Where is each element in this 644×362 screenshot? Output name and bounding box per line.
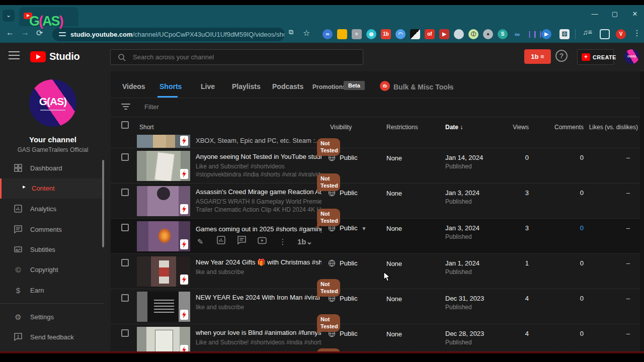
comments-icon[interactable]: [235, 236, 248, 248]
maximize-icon[interactable]: ▢: [611, 10, 619, 18]
analytics-icon[interactable]: [215, 236, 227, 248]
studio-brand[interactable]: Studio: [49, 51, 79, 62]
bulk-misc-tools[interactable]: Bulk & Misc Tools: [393, 83, 454, 91]
video-thumbnail[interactable]: [137, 135, 190, 148]
video-title[interactable]: Games coming out in 2025 #shorts #gaming…: [196, 225, 321, 233]
create-button[interactable]: + CREATE: [577, 49, 614, 65]
video-title[interactable]: Assassin's Creed Mirage game Reaction Ac…: [196, 188, 321, 196]
sidebar-item-dashboard[interactable]: Dashboard: [0, 158, 104, 178]
row-checkbox[interactable]: [121, 294, 129, 302]
sidebar-item-subtitles[interactable]: Subtitles: [0, 240, 104, 260]
chevron-down-icon[interactable]: ⌄: [447, 82, 452, 89]
tab-playlists[interactable]: Playlists: [232, 82, 261, 90]
side-panel-icon[interactable]: [600, 29, 610, 39]
sidebar-item-comments[interactable]: Comments: [0, 220, 104, 240]
row-checkbox[interactable]: [121, 189, 129, 196]
play-extension-icon[interactable]: ▶: [541, 29, 551, 39]
video-title[interactable]: when your love is Blind #animation #funn…: [196, 329, 321, 336]
col-visibility[interactable]: Visibility: [330, 124, 352, 131]
table-row[interactable]: NEW YEAR Eve 2024 With Iron Man #viral #…: [111, 289, 640, 324]
sidebar-item-copyright[interactable]: © Copyright: [0, 260, 104, 280]
video-title[interactable]: NEW YEAR Eve 2024 With Iron Man #viral #…: [196, 294, 321, 301]
tab-videos[interactable]: Videos: [122, 82, 145, 90]
table-row[interactable]: when your love is Blind #animation #funn…: [111, 324, 640, 351]
col-date[interactable]: Date ↓: [445, 124, 463, 131]
video-title[interactable]: New Year 2024 Gifts 🎁 with Christmas #sh…: [196, 258, 321, 266]
signal-extension-icon[interactable]: ◠: [395, 29, 406, 39]
col-views[interactable]: Views: [499, 124, 529, 131]
cast-extension-icon[interactable]: ◍: [366, 29, 376, 39]
watch-on-youtube-icon[interactable]: [256, 236, 268, 248]
hamburger-menu-icon[interactable]: [9, 51, 20, 59]
col-restrictions[interactable]: Restrictions: [386, 124, 418, 131]
tubebuddy-row-tools[interactable]: 1b⌄: [297, 236, 309, 248]
table-row[interactable]: Anyone seeing Not Tested in YouTube stud…: [111, 148, 640, 184]
tab-shorts[interactable]: Shorts: [159, 82, 182, 90]
share-icon[interactable]: ⧉: [289, 28, 293, 36]
video-thumbnail[interactable]: [137, 221, 190, 251]
kebab-menu-icon[interactable]: ⋮: [277, 236, 289, 248]
table-row[interactable]: Games coming out in 2025 #shorts #gaming…: [111, 219, 640, 254]
address-bar[interactable]: studio.youtube.com/channel/UCpoCwPX43uOI…: [52, 28, 285, 41]
edit-pencil-icon[interactable]: ✎: [194, 236, 206, 248]
tab-podcasts[interactable]: Podcasts: [272, 82, 303, 90]
table-row[interactable]: Assassin's Creed Mirage game Reaction Ac…: [111, 184, 640, 219]
visibility-cell[interactable]: Public: [328, 259, 357, 267]
row-checkbox[interactable]: [121, 259, 129, 266]
video-title[interactable]: Anyone seeing Not Tested in YouTube stud…: [196, 153, 321, 160]
table-row[interactable]: New Year 2024 Gifts 🎁 with Christmas #sh…: [111, 254, 640, 289]
waveform-extension-icon[interactable]: ❘❙❘: [527, 29, 537, 39]
close-icon[interactable]: ✕: [631, 10, 639, 18]
col-short[interactable]: Short: [139, 124, 154, 131]
leaf-extension-icon[interactable]: ⓘ: [468, 29, 478, 39]
video-thumbnail[interactable]: [137, 151, 190, 181]
visibility-dropdown-icon[interactable]: ▼: [361, 226, 366, 231]
tag-extension-icon[interactable]: [337, 29, 347, 39]
video-thumbnail[interactable]: [137, 292, 190, 322]
tubebuddy-header-button[interactable]: 1b ≡: [524, 49, 551, 64]
select-all-checkbox[interactable]: [121, 121, 129, 129]
comments-cell[interactable]: 0: [543, 224, 584, 232]
notes-extension-icon[interactable]: ≡: [352, 29, 362, 39]
sphere-extension-icon[interactable]: [454, 29, 464, 39]
profile-avatar-icon[interactable]: V: [616, 29, 626, 39]
flag-extension-icon[interactable]: [410, 29, 420, 39]
tubebuddy-extension-icon[interactable]: 1b: [381, 29, 391, 39]
account-avatar[interactable]: G(AS): [624, 49, 639, 64]
sidebar-item-earn[interactable]: $ Earn: [0, 281, 104, 301]
sidebar-scrollbar[interactable]: [102, 160, 104, 247]
video-title[interactable]: XBOX, Steam, Epic and PC, etc. Steam :..…: [196, 137, 321, 144]
sidebar-item-analytics[interactable]: Analytics: [0, 199, 104, 219]
site-settings-icon[interactable]: [59, 32, 66, 37]
s-extension-icon[interactable]: S: [498, 29, 508, 39]
of-extension-icon[interactable]: of: [425, 29, 435, 39]
bookmark-star-icon[interactable]: ☆: [303, 28, 310, 38]
sidebar-item-send-feedback[interactable]: Send feedback: [0, 327, 104, 347]
row-checkbox[interactable]: [121, 329, 129, 337]
forward-icon[interactable]: →: [21, 28, 29, 37]
help-icon[interactable]: ?: [555, 50, 568, 62]
row-checkbox[interactable]: [121, 224, 129, 231]
tab-live[interactable]: Live: [201, 82, 215, 90]
youtube-extension-icon[interactable]: ▶: [439, 29, 449, 39]
table-row[interactable]: XBOX, Steam, Epic and PC, etc. Steam :..…: [111, 135, 640, 148]
media-control-icon[interactable]: ♫≡: [583, 28, 592, 36]
sidebar-item-content[interactable]: Content: [0, 178, 104, 199]
reload-icon[interactable]: ⟳: [36, 28, 43, 38]
browser-menu-icon[interactable]: ⋮: [633, 28, 641, 38]
tab-search-chevron-icon[interactable]: ⌄: [3, 10, 15, 22]
channel-avatar[interactable]: G(AS): [29, 79, 76, 127]
col-likes[interactable]: Likes (vs. dislikes): [570, 124, 638, 131]
minimize-icon[interactable]: —: [591, 10, 599, 18]
sidebar-item-settings[interactable]: ⚙ Settings: [0, 307, 104, 327]
channel-search[interactable]: Search across your channel: [110, 49, 363, 65]
link-extension-icon[interactable]: ∞: [323, 29, 333, 39]
video-thumbnail[interactable]: [137, 186, 190, 216]
portrait-extension-icon[interactable]: ●: [483, 29, 493, 39]
extensions-puzzle-icon[interactable]: ⚄: [559, 29, 570, 39]
page-scrollbar-track[interactable]: [640, 71, 644, 351]
back-icon[interactable]: ←: [6, 28, 14, 37]
row-checkbox[interactable]: [121, 153, 129, 161]
filter-input[interactable]: Filter: [144, 103, 159, 111]
chain-extension-icon[interactable]: ∞: [512, 29, 522, 39]
